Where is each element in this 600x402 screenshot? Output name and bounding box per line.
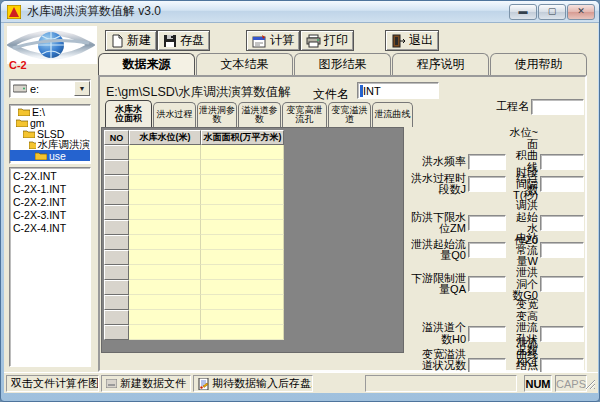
project-name-input[interactable]	[531, 99, 584, 115]
file-item[interactable]: C-2X-1.INT	[13, 183, 90, 196]
exit-button[interactable]: 退出	[385, 30, 439, 51]
water-level-cell[interactable]	[129, 295, 201, 310]
tunnel-count-input[interactable]	[540, 276, 584, 292]
table-row	[104, 145, 284, 160]
subtab-tunnel-params[interactable]: 泄洪洞参 数	[197, 102, 237, 127]
table-row	[104, 265, 284, 280]
water-level-cell[interactable]	[129, 175, 201, 190]
print-button[interactable]: 打印	[300, 30, 354, 51]
downstream-limit-input[interactable]	[468, 276, 506, 292]
tree-item-gm[interactable]: gm	[10, 117, 90, 128]
maximize-button[interactable]: ▢	[538, 4, 566, 20]
file-item[interactable]: C-2X-3.INT	[13, 209, 90, 222]
water-area-cell[interactable]	[201, 235, 284, 250]
station-flow-input[interactable]	[540, 242, 584, 258]
file-list: C-2X.INT C-2X-1.INT C-2X-2.INT C-2X-3.IN…	[9, 167, 91, 367]
water-level-cell[interactable]	[129, 190, 201, 205]
row-number-cell	[104, 295, 129, 310]
close-button[interactable]: ✕	[567, 4, 595, 20]
water-area-cell[interactable]	[201, 160, 284, 175]
water-area-cell[interactable]	[201, 190, 284, 205]
water-level-cell[interactable]	[129, 265, 201, 280]
tab-program-notes[interactable]: 程序说明	[392, 53, 489, 75]
subtab-flood-process[interactable]: 洪水过程	[153, 102, 196, 127]
file-item[interactable]: C-2X-4.INT	[13, 222, 90, 235]
water-area-cell[interactable]	[201, 280, 284, 295]
row-number-cell	[104, 205, 129, 220]
drive-dropdown-arrow[interactable]: ▼	[74, 81, 90, 96]
folder-icon	[18, 107, 30, 116]
water-level-cell[interactable]	[129, 310, 201, 325]
subtab-var-spillway[interactable]: 变宽溢洪 道	[328, 102, 371, 127]
table-row	[104, 325, 284, 340]
project-code-label: C-2	[9, 59, 27, 71]
window-title: 水库调洪演算数值解 v3.0	[27, 3, 509, 20]
drive-value: e:	[30, 83, 39, 95]
water-area-cell[interactable]	[201, 265, 284, 280]
row-number-cell	[104, 235, 129, 250]
table-row	[104, 235, 284, 250]
water-level-cell[interactable]	[129, 235, 201, 250]
flood-limit-level-input[interactable]	[468, 215, 506, 231]
water-area-cell[interactable]	[201, 310, 284, 325]
status-new-file: 新建数据文件	[101, 375, 191, 392]
file-item[interactable]: C-2X-2.INT	[13, 196, 90, 209]
exit-door-icon	[391, 34, 406, 48]
tree-item-use[interactable]: use	[10, 150, 90, 161]
water-level-cell[interactable]	[129, 280, 201, 295]
file-item[interactable]: C-2X.INT	[13, 170, 90, 183]
col-header-water-level: 水库水位(米)	[129, 130, 201, 145]
water-level-cell[interactable]	[129, 220, 201, 235]
tab-help[interactable]: 使用帮助	[490, 53, 587, 75]
row-number-cell	[104, 280, 129, 295]
start-discharge-input[interactable]	[468, 242, 506, 258]
drive-selector[interactable]: e: ▼	[9, 79, 91, 98]
table-background: NO 水库水位(米) 水面面积(万平方米)	[101, 127, 404, 353]
water-area-cell[interactable]	[201, 250, 284, 265]
sub-tab-bar: 水库水 位面积 洪水过程 泄洪洞参 数 溢洪道参 数 变宽高泄 流孔 变宽溢洪 …	[105, 100, 414, 127]
water-level-cell[interactable]	[129, 145, 201, 160]
row-number-cell	[104, 250, 129, 265]
col-header-no: NO	[104, 130, 129, 145]
subtab-spillway-params[interactable]: 溢洪道参 数	[238, 102, 281, 127]
tab-text-result[interactable]: 文本结果	[196, 53, 293, 75]
window-body: C-2 新建 存盘 计算 打印 退出 数据来源 文本结果 图形结果 程序说明	[4, 23, 598, 393]
save-button[interactable]: 存盘	[157, 30, 210, 51]
water-area-cell[interactable]	[201, 220, 284, 235]
resize-grip[interactable]	[585, 379, 596, 390]
water-area-cell[interactable]	[201, 205, 284, 220]
water-level-cell[interactable]	[129, 325, 201, 340]
table-row	[104, 205, 284, 220]
drive-icon	[13, 84, 27, 93]
period-interval-input[interactable]	[540, 176, 584, 192]
water-area-cell[interactable]	[201, 325, 284, 340]
current-path: E:\gm\SLSD\水库调洪演算数值解	[106, 84, 291, 101]
water-level-cell[interactable]	[129, 250, 201, 265]
water-area-cell[interactable]	[201, 175, 284, 190]
new-button[interactable]: 新建	[105, 30, 157, 51]
tab-graphic-result[interactable]: 图形结果	[294, 53, 391, 75]
minimize-button[interactable]: ▬	[509, 4, 537, 20]
subtab-var-orifice[interactable]: 变宽高泄 流孔	[282, 102, 327, 127]
flood-periods-input[interactable]	[468, 176, 506, 192]
table-row	[104, 310, 284, 325]
tree-item-root[interactable]: E:\	[10, 106, 90, 117]
subtab-level-area[interactable]: 水库水 位面积	[105, 100, 152, 127]
water-level-cell[interactable]	[129, 160, 201, 175]
tab-data-source[interactable]: 数据来源	[98, 53, 195, 75]
station-flow-label: 电站常流 量W	[506, 233, 538, 268]
water-area-cell[interactable]	[201, 145, 284, 160]
save-floppy-icon	[163, 34, 177, 48]
main-tab-bar: 数据来源 文本结果 图形结果 程序说明 使用帮助	[98, 53, 588, 75]
table-body	[104, 145, 284, 340]
print-icon	[306, 34, 321, 48]
app-icon	[7, 5, 21, 19]
folder-icon	[16, 118, 28, 127]
folder-icon	[35, 151, 47, 160]
routing-start-level-input[interactable]	[540, 215, 584, 231]
row-number-cell	[104, 310, 129, 325]
tree-item-app-folder[interactable]: 水库调洪演	[10, 139, 90, 150]
water-area-cell[interactable]	[201, 295, 284, 310]
calculate-button[interactable]: 计算	[246, 30, 300, 51]
water-level-cell[interactable]	[129, 205, 201, 220]
